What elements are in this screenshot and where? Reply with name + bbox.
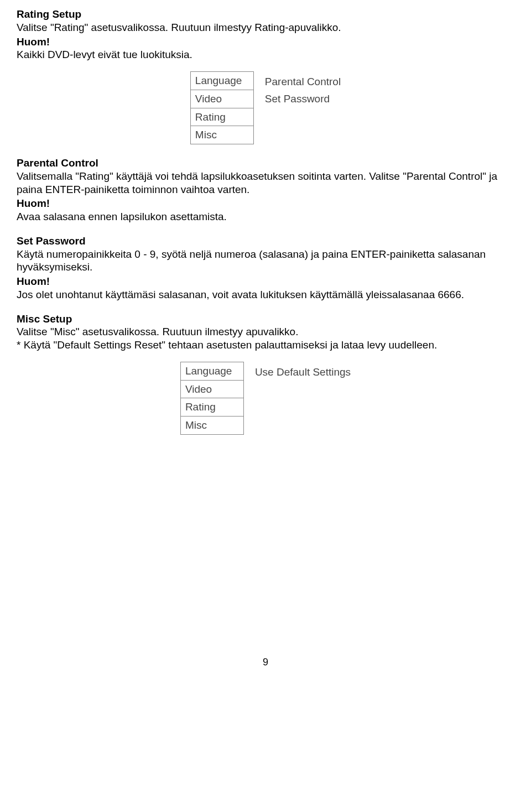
menu2-item-misc: Misc	[180, 417, 244, 435]
menu1-right-column: Parental Control Set Password	[265, 71, 341, 144]
parental-control-heading: Parental Control	[17, 157, 514, 170]
rating-setup-note-label: Huom!	[17, 35, 514, 49]
menu-figure-1: Language Video Rating Misc Parental Cont…	[17, 71, 514, 144]
menu2-left-column: Language Video Rating Misc	[180, 362, 244, 435]
menu-figure-2: Language Video Rating Misc Use Default S…	[17, 362, 514, 435]
menu2-item-rating: Rating	[180, 398, 244, 417]
page-number: 9	[17, 656, 514, 669]
menu1-right-parental-control: Parental Control	[265, 74, 341, 90]
menu1-item-language: Language	[190, 71, 254, 90]
parental-control-body: Valitsemalla "Rating" käyttäjä voi tehdä…	[17, 170, 514, 196]
misc-setup-heading: Misc Setup	[17, 313, 514, 326]
parental-control-note-body: Avaa salasana ennen lapsilukon asettamis…	[17, 210, 514, 223]
menu1-item-video: Video	[190, 90, 254, 108]
misc-setup-body: Valitse "Misc" asetusvalikossa. Ruutuun …	[17, 325, 514, 339]
menu2-right-use-default: Use Default Settings	[255, 364, 351, 380]
menu1-left-column: Language Video Rating Misc	[190, 71, 254, 144]
set-password-heading: Set Password	[17, 235, 514, 248]
misc-setup-bullet: * Käytä "Default Settings Reset" tehtaan…	[17, 339, 514, 352]
parental-control-note-label: Huom!	[17, 197, 514, 210]
set-password-body: Käytä numeropainikkeita 0 - 9, syötä nel…	[17, 248, 514, 274]
menu2-item-video: Video	[180, 381, 244, 399]
menu2-item-language: Language	[180, 362, 244, 381]
menu1-item-rating: Rating	[190, 108, 254, 127]
rating-setup-note-body: Kaikki DVD-levyt eivät tue luokituksia.	[17, 48, 514, 61]
set-password-note-label: Huom!	[17, 275, 514, 288]
set-password-note-body: Jos olet unohtanut käyttämäsi salasanan,…	[17, 288, 514, 301]
rating-setup-heading: Rating Setup	[17, 8, 514, 21]
rating-setup-body: Valitse "Rating" asetusvalikossa. Ruutuu…	[17, 21, 514, 34]
menu2-right-column: Use Default Settings	[255, 362, 351, 435]
menu1-right-set-password: Set Password	[265, 91, 341, 107]
menu1-item-misc: Misc	[190, 126, 254, 144]
